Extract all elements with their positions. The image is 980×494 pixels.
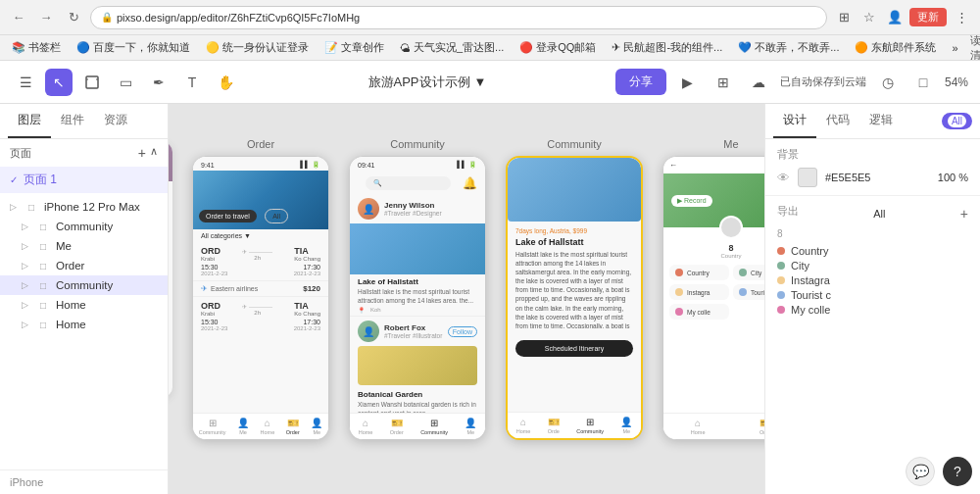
cloud-button[interactable]: ☁ <box>745 69 772 96</box>
play-button[interactable]: ▶ <box>674 69 702 96</box>
community2-screen: 7days long, Austria, $999 Lake of Hallst… <box>508 158 641 438</box>
frame-tool-button[interactable] <box>78 69 106 96</box>
c2-me-label: Me <box>622 428 630 434</box>
bg-color-swatch[interactable] <box>798 168 817 187</box>
follow-btn[interactable]: Follow <box>448 326 477 337</box>
scheduled-btn[interactable]: Scheduled Itinerary <box>515 340 633 357</box>
bookmark-weather[interactable]: 🌤 天气实况_雷达图... <box>396 38 508 57</box>
menu-button[interactable]: ⋮ <box>951 7 972 28</box>
background-row: 👁 #E5E5E5 100 % <box>777 168 968 187</box>
layer-home2[interactable]: ▷ □ Home <box>0 315 168 334</box>
bookmark-article[interactable]: 📝 文章创作 <box>320 38 388 57</box>
expand-pages-button[interactable]: ∧ <box>150 145 158 161</box>
share-button[interactable]: 分享 <box>615 69 666 95</box>
text-tool-button[interactable]: T <box>178 69 206 96</box>
forward-button[interactable]: → <box>35 7 57 28</box>
export-add-button[interactable]: + <box>960 206 968 222</box>
c2-nav-order[interactable]: 🎫Orde <box>548 417 560 434</box>
layer-community1[interactable]: ▷ □ Community <box>0 217 168 236</box>
route2-from-city: Krabi <box>201 311 220 317</box>
address-bar[interactable]: 🔒 pixso.design/app/editor/Z6hFZtiCvp6QI5… <box>90 6 827 29</box>
pen-tool-button[interactable]: ✒ <box>145 69 172 96</box>
community1-search[interactable]: 🔍 <box>366 176 451 190</box>
nav-me2[interactable]: 👤Me <box>311 418 322 435</box>
profile-button[interactable]: 👤 <box>884 7 906 28</box>
me-grid-country[interactable]: Country <box>669 265 729 280</box>
bookmark-qq[interactable]: 🔴 登录QQ邮箱 <box>515 38 600 57</box>
categories-row[interactable]: All categories ▼ <box>193 229 328 242</box>
me-nav-home[interactable]: ⌂Home <box>691 418 706 435</box>
tab-assets[interactable]: 资源 <box>94 104 137 138</box>
menu-icon-button[interactable]: ☰ <box>12 69 39 96</box>
chat-button[interactable]: 💬 <box>906 457 935 486</box>
bookmark-misc[interactable]: 💙 不敢弄，不敢弄... <box>734 38 843 57</box>
rect-tool-button[interactable]: ▭ <box>112 69 139 96</box>
arrive-date2: 2021-2-23 <box>294 325 320 331</box>
me-grid-collection[interactable]: My colle <box>669 304 729 320</box>
extensions-button[interactable]: ⊞ <box>833 7 855 28</box>
canvas-area[interactable]: ...oss the sea from... like a "crocodile… <box>169 104 764 494</box>
tab-components[interactable]: 组件 <box>51 104 94 138</box>
c2-community-icon: ⊞ <box>586 417 594 427</box>
me-grid-city[interactable]: City <box>733 265 764 280</box>
me-header: ← <box>663 157 764 173</box>
right-tab-logic[interactable]: 逻辑 <box>859 104 903 138</box>
c1-nav-community[interactable]: ⊞Community <box>420 418 448 435</box>
bookmark-more[interactable]: » <box>948 40 961 56</box>
me-nav-order[interactable]: 🎫Orde <box>760 418 764 435</box>
c2-nav-home[interactable]: ⌂Home <box>516 417 531 434</box>
layer-community2[interactable]: ▷ □ Community <box>0 275 168 295</box>
update-button[interactable]: 更新 <box>909 8 947 26</box>
project-title[interactable]: 旅游APP设计示例 ▼ <box>368 74 487 91</box>
layer-me[interactable]: ▷ □ Me <box>0 236 168 256</box>
frame-tool-icon <box>85 75 99 89</box>
add-page-button[interactable]: + <box>138 145 146 161</box>
nav-me[interactable]: 👤Me <box>237 418 249 435</box>
url-text: pixso.design/app/editor/Z6hFZtiCvp6QI5Fc… <box>117 12 360 24</box>
layer-home1[interactable]: ▷ □ Home <box>0 295 168 315</box>
c1-nav-home[interactable]: ⌂Home <box>359 418 373 435</box>
eye-toggle-icon[interactable]: 👁 <box>777 171 790 185</box>
hand-tool-button[interactable]: ✋ <box>212 69 239 96</box>
me-phone-label: Me <box>723 138 738 150</box>
toggle-all[interactable]: All <box>948 115 966 127</box>
hero-all-btn[interactable]: All <box>265 209 288 223</box>
c1-nav-me[interactable]: 👤Me <box>465 418 476 435</box>
me-grid-instagram[interactable]: Instagra <box>669 284 729 300</box>
nav-me-icon: 👤 <box>237 418 249 428</box>
refresh-button[interactable]: ↻ <box>63 7 84 28</box>
star-button[interactable]: ☆ <box>858 7 880 28</box>
nav-home[interactable]: ⌂Home <box>261 418 275 435</box>
community2-bottom-nav: ⌂Home 🎫Orde ⊞Community 👤Me <box>508 412 641 438</box>
view-button[interactable]: □ <box>909 69 937 96</box>
right-tab-design[interactable]: 设计 <box>773 104 816 138</box>
c2-nav-community[interactable]: ⊞Community <box>576 417 604 434</box>
tab-layers[interactable]: 图层 <box>8 104 51 138</box>
c2-nav-me[interactable]: 👤Me <box>620 417 632 434</box>
me-grid-tourist[interactable]: Tourist c <box>733 284 764 300</box>
play-record-icon: ▶ <box>677 197 682 205</box>
bookmark-baidu[interactable]: 🔵 百度一下，你就知道 <box>73 38 194 57</box>
record-button[interactable]: ▶ Record <box>671 195 712 207</box>
nav-order[interactable]: 🎫Order <box>286 418 300 435</box>
c1-nav-order[interactable]: 🎫Order <box>390 418 404 435</box>
order-travel-btn[interactable]: Order to travel <box>199 210 257 222</box>
bookmark-item[interactable]: 📚 书签栏 <box>8 38 65 57</box>
user1-handle: #Traveler #Designer <box>384 210 442 217</box>
bookmark-east[interactable]: 🟠 东航郎件系统 <box>851 38 940 57</box>
bookmark-auth[interactable]: 🟡 统一身份认证登录 <box>202 38 313 57</box>
expand-icon: ▷ <box>22 241 28 251</box>
instagram-dot <box>675 288 683 296</box>
present-button[interactable]: ⊞ <box>710 69 737 96</box>
nav-community[interactable]: ⊞Community <box>199 418 226 435</box>
back-button[interactable]: ← <box>8 7 29 28</box>
right-tab-code[interactable]: 代码 <box>816 104 859 138</box>
history-button[interactable]: ◷ <box>874 69 902 96</box>
page-item-1[interactable]: ✓ 页面 1 <box>0 167 168 193</box>
layer-order[interactable]: ▷ □ Order <box>0 256 168 275</box>
layer-iphone[interactable]: ▷ □ iPhone 12 Pro Max <box>0 197 168 217</box>
help-button[interactable]: ? <box>943 457 972 486</box>
move-tool-button[interactable]: ↖ <box>45 69 73 96</box>
bookmark-airlines[interactable]: ✈ 民航超图-我的组件... <box>608 38 726 57</box>
toggle-pill[interactable]: All <box>942 113 972 129</box>
